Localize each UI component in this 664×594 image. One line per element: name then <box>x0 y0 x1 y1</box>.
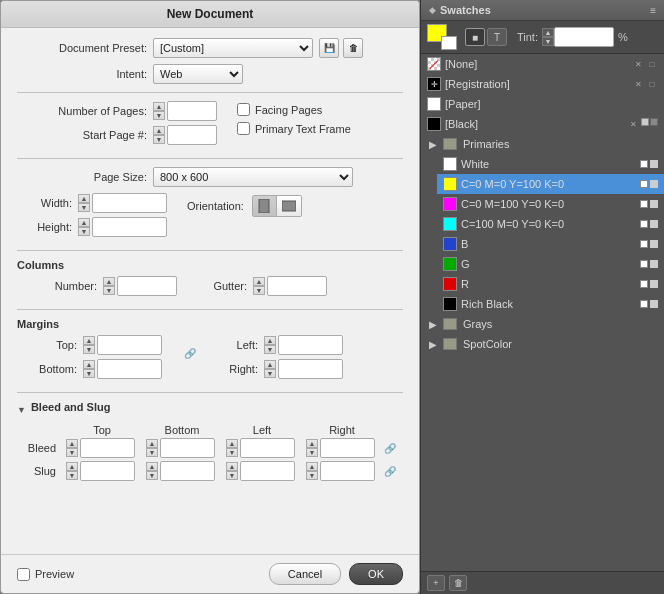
bleed-left-input[interactable]: 9 px <box>240 438 295 458</box>
link-margins-icon[interactable]: 🔗 <box>182 345 198 361</box>
panel-menu-button[interactable]: ≡ <box>650 5 656 16</box>
start-input[interactable]: 1 <box>167 125 217 145</box>
facing-pages-checkbox[interactable] <box>237 103 250 116</box>
slug-right-up[interactable]: ▲ <box>306 462 318 471</box>
bleed-top-up[interactable]: ▲ <box>66 439 78 448</box>
swatch-none[interactable]: [None] ✕ □ <box>421 54 664 74</box>
bleed-bottom-up[interactable]: ▲ <box>146 439 158 448</box>
swatch-black[interactable]: [Black] ✕ <box>421 114 664 134</box>
swatch-white[interactable]: White <box>437 154 664 174</box>
right-input[interactable]: 72 px <box>278 359 343 379</box>
small-list-view-button[interactable]: T <box>487 28 507 46</box>
swatch-blue[interactable]: B <box>437 234 664 254</box>
right-up-arrow[interactable]: ▲ <box>264 360 276 369</box>
bleed-collapse-arrow[interactable]: ▼ <box>17 405 26 415</box>
folder-expand-icon: ▶ <box>427 138 439 150</box>
delete-preset-icon[interactable]: 🗑 <box>343 38 363 58</box>
swatch-cyan[interactable]: C=100 M=0 Y=0 K=0 <box>437 214 664 234</box>
columns-down-arrow[interactable]: ▼ <box>103 286 115 295</box>
cancel-button[interactable]: Cancel <box>269 563 341 585</box>
tint-up-arrow[interactable]: ▲ <box>542 28 554 37</box>
gutter-input[interactable]: 12 px <box>267 276 327 296</box>
width-up-arrow[interactable]: ▲ <box>78 194 90 203</box>
slug-left-up[interactable]: ▲ <box>226 462 238 471</box>
pages-down-arrow[interactable]: ▼ <box>153 111 165 120</box>
width-down-arrow[interactable]: ▼ <box>78 203 90 212</box>
list-view-button[interactable]: ■ <box>465 28 485 46</box>
bleed-top-down[interactable]: ▼ <box>66 448 78 457</box>
panel-header: ◆ Swatches ≡ <box>421 0 664 21</box>
height-down-arrow[interactable]: ▼ <box>78 227 90 236</box>
top-up-arrow[interactable]: ▲ <box>83 336 95 345</box>
bleed-left-down[interactable]: ▼ <box>226 448 238 457</box>
link-bleed-icon[interactable]: 🔗 <box>382 440 398 456</box>
new-swatch-button[interactable]: + <box>427 575 445 591</box>
pages-input[interactable]: 1 <box>167 101 217 121</box>
slug-bottom-up[interactable]: ▲ <box>146 462 158 471</box>
start-down-arrow[interactable]: ▼ <box>153 135 165 144</box>
swatches-list: [None] ✕ □ ✛ [Registration] ✕ □ [Paper] <box>421 54 664 571</box>
tint-down-arrow[interactable]: ▼ <box>542 37 554 46</box>
top-down-arrow[interactable]: ▼ <box>83 345 95 354</box>
pages-up-arrow[interactable]: ▲ <box>153 102 165 111</box>
swatch-rich-black-label: Rich Black <box>461 298 636 310</box>
size-select[interactable]: 800 x 600 <box>153 167 353 187</box>
ok-button[interactable]: OK <box>349 563 403 585</box>
left-input[interactable]: 72 px <box>278 335 343 355</box>
swatch-yellow[interactable]: C=0 M=0 Y=100 K=0 <box>437 174 664 194</box>
slug-top-down[interactable]: ▼ <box>66 471 78 480</box>
columns-up-arrow[interactable]: ▲ <box>103 277 115 286</box>
bleed-left-up[interactable]: ▲ <box>226 439 238 448</box>
bleed-right-input[interactable]: 9 px <box>320 438 375 458</box>
bleed-right-up[interactable]: ▲ <box>306 439 318 448</box>
portrait-button[interactable] <box>253 196 277 216</box>
bleed-top-input[interactable]: 9 px <box>80 438 135 458</box>
bottom-down-arrow[interactable]: ▼ <box>83 369 95 378</box>
left-down-arrow[interactable]: ▼ <box>264 345 276 354</box>
swatch-red[interactable]: R <box>437 274 664 294</box>
top-input[interactable]: 72 px <box>97 335 162 355</box>
swatch-paper[interactable]: [Paper] <box>421 94 664 114</box>
slug-top-up[interactable]: ▲ <box>66 462 78 471</box>
height-input[interactable]: 600 px <box>92 217 167 237</box>
save-preset-icon[interactable]: 💾 <box>319 38 339 58</box>
landscape-button[interactable] <box>277 196 301 216</box>
folder-spotcolor[interactable]: ▶ SpotColor <box>421 334 664 354</box>
bottom-up-arrow[interactable]: ▲ <box>83 360 95 369</box>
bleed-right-down[interactable]: ▼ <box>306 448 318 457</box>
folder-primaries[interactable]: ▶ Primaries <box>421 134 664 154</box>
link-slug-icon[interactable]: 🔗 <box>382 463 398 479</box>
slug-right-down[interactable]: ▼ <box>306 471 318 480</box>
left-up-arrow[interactable]: ▲ <box>264 336 276 345</box>
delete-swatch-button[interactable]: 🗑 <box>449 575 467 591</box>
gutter-up-arrow[interactable]: ▲ <box>253 277 265 286</box>
swatch-magenta[interactable]: C=0 M=100 Y=0 K=0 <box>437 194 664 214</box>
preset-select[interactable]: [Custom] <box>153 38 313 58</box>
bleed-bottom-input[interactable]: 9 px <box>160 438 215 458</box>
bleed-bottom-down[interactable]: ▼ <box>146 448 158 457</box>
tint-input[interactable]: 100 <box>554 27 614 47</box>
folder-grays-label: Grays <box>463 318 492 330</box>
swatch-registration[interactable]: ✛ [Registration] ✕ □ <box>421 74 664 94</box>
red-sq1 <box>640 280 648 288</box>
slug-right-input[interactable]: 0 px <box>320 461 375 481</box>
width-input[interactable]: 800 px <box>92 193 167 213</box>
slug-left-down[interactable]: ▼ <box>226 471 238 480</box>
slug-left-input[interactable]: 0 px <box>240 461 295 481</box>
gutter-down-arrow[interactable]: ▼ <box>253 286 265 295</box>
start-up-arrow[interactable]: ▲ <box>153 126 165 135</box>
columns-input[interactable]: 1 <box>117 276 177 296</box>
preview-checkbox[interactable] <box>17 568 30 581</box>
right-down-arrow[interactable]: ▼ <box>264 369 276 378</box>
folder-grays[interactable]: ▶ Grays <box>421 314 664 334</box>
bottom-input[interactable]: 108 px <box>97 359 162 379</box>
slug-bottom-down[interactable]: ▼ <box>146 471 158 480</box>
swatch-rich-black[interactable]: Rich Black <box>437 294 664 314</box>
intent-select[interactable]: Web <box>153 64 243 84</box>
primary-text-frame-checkbox[interactable] <box>237 122 250 135</box>
height-up-arrow[interactable]: ▲ <box>78 218 90 227</box>
slug-top-input[interactable]: 0 px <box>80 461 135 481</box>
swatch-green[interactable]: G <box>437 254 664 274</box>
fg-bg-preview[interactable] <box>427 24 457 50</box>
slug-bottom-input[interactable]: 0 px <box>160 461 215 481</box>
